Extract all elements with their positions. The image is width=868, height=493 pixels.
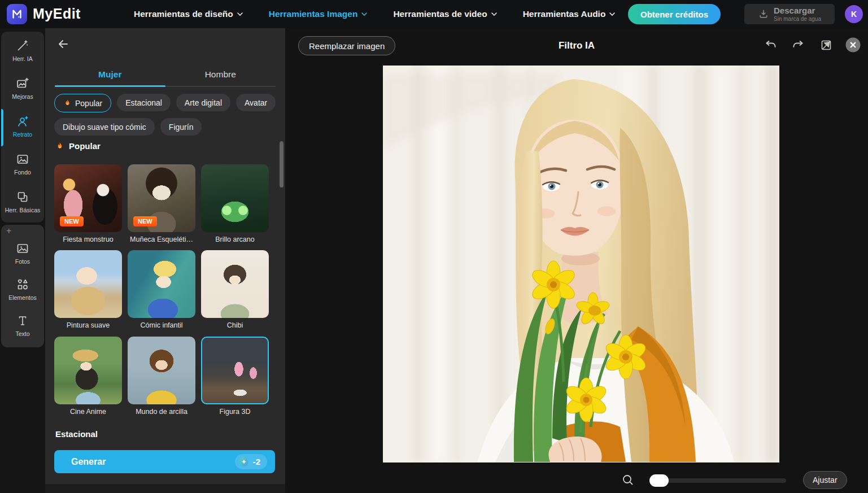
close-button[interactable]	[845, 37, 861, 53]
chevron-down-icon	[361, 12, 367, 16]
tab-hombre[interactable]: Hombre	[165, 63, 276, 86]
tool-rail: Herr. IA Mejoras Retrato Fondo Herr. Bás…	[0, 28, 45, 493]
generate-button[interactable]: Generar -2	[54, 450, 275, 473]
download-button[interactable]: Descargar Sin marca de agua	[744, 4, 835, 24]
page-title: Filtro IA	[285, 40, 868, 51]
panel-footer-shade	[45, 484, 285, 493]
style-thumbnail[interactable]: NEW	[128, 164, 195, 232]
myedit-app: MyEdit Herramientas de diseño Herramient…	[0, 0, 868, 493]
layers-icon	[16, 190, 29, 204]
chip-dibujo-suave[interactable]: Dibujo suave tipo cómic	[54, 118, 155, 136]
style-card-comic-infantil[interactable]: Cómic infantil	[128, 250, 195, 329]
top-navbar: MyEdit Herramientas de diseño Herramient…	[0, 0, 868, 28]
fit-to-screen-button[interactable]: Ajustar	[803, 471, 847, 489]
undo-button[interactable]	[764, 38, 778, 52]
rail-item-herr-ia[interactable]: Herr. IA	[1, 32, 44, 69]
chevron-down-icon	[237, 12, 243, 16]
rail-item-herr-basicas[interactable]: Herr. Básicas	[1, 183, 44, 221]
editor-canvas: Reemplazar imagen Filtro IA	[285, 28, 868, 493]
style-name: Fiesta monstruo	[54, 235, 122, 243]
rail-item-texto[interactable]: Texto	[1, 307, 44, 343]
chevron-down-icon	[491, 12, 497, 16]
rail-group-assets: + Fotos Elementos Texto	[1, 225, 44, 347]
photo-icon	[16, 242, 29, 255]
panel-scrollbar[interactable]	[280, 141, 283, 187]
gender-tabs: Mujer Hombre	[55, 63, 276, 87]
download-label: Descargar	[774, 6, 815, 16]
menu-image-tools[interactable]: Herramientas Imagen	[269, 9, 368, 19]
style-panel: Mujer Hombre Popular Estacional Arte dig…	[45, 28, 285, 493]
portrait-sparkle-icon	[16, 115, 29, 128]
rail-item-fotos[interactable]: Fotos	[1, 235, 44, 271]
preview-image	[383, 66, 779, 463]
add-icon[interactable]: +	[6, 226, 11, 236]
download-icon	[758, 8, 769, 20]
style-card-chibi[interactable]: Chibi	[201, 250, 269, 329]
zoom-slider-thumb[interactable]	[649, 474, 669, 487]
style-card-mundo-de-arcilla[interactable]: Mundo de arcilla	[128, 337, 195, 416]
chip-figurin[interactable]: Figurín	[160, 118, 202, 136]
style-card-cine-anime[interactable]: Cine Anime	[54, 337, 122, 416]
brand-name[interactable]: MyEdit	[33, 6, 81, 22]
chip-avatar[interactable]: Avatar	[236, 94, 276, 111]
get-credits-button[interactable]: Obtener créditos	[628, 4, 721, 24]
magic-wand-icon	[16, 39, 29, 53]
back-button[interactable]	[56, 37, 70, 51]
style-name: Cine Anime	[54, 408, 122, 416]
chevron-down-icon	[609, 12, 615, 16]
user-avatar[interactable]: K	[845, 5, 863, 23]
style-thumbnail[interactable]	[128, 250, 195, 318]
credit-cost: -2	[253, 457, 260, 466]
shapes-icon	[16, 278, 29, 291]
style-name: Brillo arcano	[201, 235, 269, 243]
chip-estacional[interactable]: Estacional	[117, 94, 171, 111]
menu-design-tools[interactable]: Herramientas de diseño	[134, 9, 243, 19]
text-icon	[16, 314, 29, 328]
style-card-fiesta-monstruo[interactable]: NEW Fiesta monstruo	[54, 164, 122, 243]
style-card-muneca-esqueletica[interactable]: NEW Muñeca Esqueléti…	[128, 164, 195, 243]
style-thumbnail[interactable]: NEW	[54, 164, 122, 232]
flame-icon	[55, 142, 64, 151]
style-name: Chibi	[201, 321, 269, 329]
credit-cost-badge: -2	[235, 454, 267, 469]
rail-item-mejoras[interactable]: Mejoras	[1, 69, 44, 107]
compare-before-after-button[interactable]	[819, 38, 833, 52]
zoom-magnifier-icon	[621, 473, 635, 487]
chip-arte-digital[interactable]: Arte digital	[176, 94, 230, 111]
style-thumbnail[interactable]	[201, 250, 269, 318]
menu-video-tools[interactable]: Herramientas de video	[393, 9, 496, 19]
tab-mujer[interactable]: Mujer	[55, 63, 165, 86]
flame-icon	[63, 99, 72, 107]
redo-button[interactable]	[791, 38, 805, 52]
generate-label: Generar	[71, 457, 106, 467]
active-indicator	[1, 109, 3, 146]
chip-popular[interactable]: Popular	[54, 94, 111, 112]
rail-item-elementos[interactable]: Elementos	[1, 271, 44, 307]
zoom-slider[interactable]	[649, 478, 786, 483]
image-sparkle-icon	[16, 77, 29, 90]
main-menu: Herramientas de diseño Herramientas Imag…	[134, 0, 615, 28]
section-title-popular: Popular	[55, 141, 101, 151]
style-thumbnail[interactable]	[201, 164, 269, 232]
credit-gem-icon	[238, 456, 250, 468]
style-thumbnail[interactable]	[128, 337, 195, 404]
style-card-figura-3d[interactable]: Figura 3D	[201, 337, 269, 416]
style-name: Cómic infantil	[128, 321, 195, 329]
myedit-logo-icon[interactable]	[7, 4, 27, 24]
section-title-estacional: Estacional	[55, 429, 98, 439]
rail-item-fondo[interactable]: Fondo	[1, 145, 44, 183]
style-thumbnail[interactable]	[54, 337, 122, 404]
rail-group-ai-tools: Herr. IA Mejoras Retrato Fondo Herr. Bás…	[1, 32, 44, 222]
style-card-brillo-arcano[interactable]: Brillo arcano	[201, 164, 269, 243]
style-name: Pintura suave	[54, 321, 122, 329]
style-card-pintura-suave[interactable]: Pintura suave	[54, 250, 122, 329]
menu-audio-tools[interactable]: Herramientas Audio	[523, 9, 616, 19]
new-badge: NEW	[60, 216, 84, 226]
rail-item-retrato[interactable]: Retrato	[1, 107, 44, 145]
style-name: Figura 3D	[201, 408, 269, 416]
style-name: Mundo de arcilla	[128, 408, 195, 416]
new-badge: NEW	[133, 216, 157, 226]
style-thumbnail[interactable]	[201, 337, 269, 404]
style-thumbnail[interactable]	[54, 250, 122, 318]
category-chips: Popular Estacional Arte digital Avatar D…	[54, 94, 280, 136]
